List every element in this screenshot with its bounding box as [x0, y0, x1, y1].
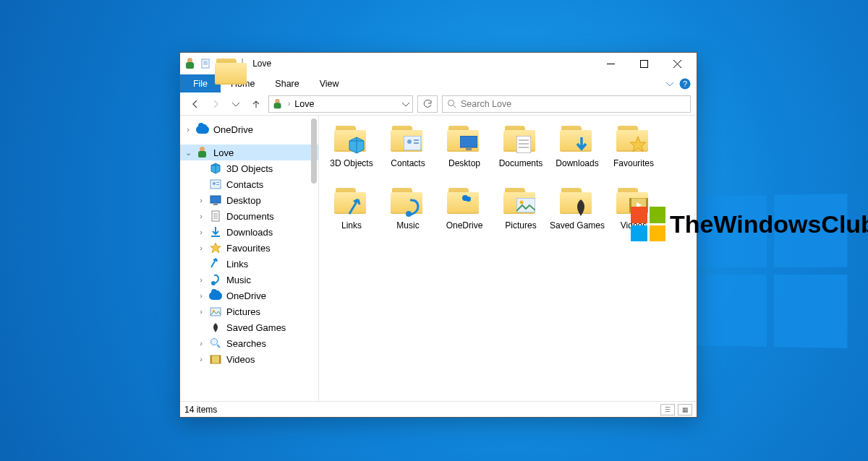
folder-item-onedrive[interactable]: OneDrive: [436, 185, 493, 244]
tree-expander[interactable]: ›: [183, 125, 193, 134]
maximize-button[interactable]: [627, 53, 660, 74]
icons-view-button[interactable]: ▦: [678, 404, 692, 415]
tree-label: Saved Games: [225, 322, 286, 333]
titlebar[interactable]: | Love: [180, 53, 697, 74]
tree-item-searches[interactable]: ›Searches: [180, 335, 318, 351]
tree-item-saved-games[interactable]: Saved Games: [180, 319, 318, 335]
folder-icon: [391, 123, 425, 158]
folder-label: Saved Games: [550, 220, 605, 231]
search-box[interactable]: Search Love: [442, 95, 691, 113]
recent-locations-button[interactable]: [228, 96, 244, 112]
user-icon: [184, 58, 196, 69]
tree-item-downloads[interactable]: ›Downloads: [180, 224, 318, 240]
tree-expander[interactable]: ›: [196, 196, 206, 204]
tree-item-links[interactable]: Links: [180, 256, 318, 272]
folder-item-saved-games[interactable]: Saved Games: [549, 185, 605, 244]
help-icon[interactable]: ?: [679, 78, 691, 90]
tree-expander[interactable]: ›: [196, 291, 206, 300]
titlebar-quick-icons: |: [184, 57, 248, 70]
tree-expander[interactable]: ›: [196, 355, 206, 363]
tree-label: Contacts: [225, 179, 263, 190]
tree-item-onedrive[interactable]: ›OneDrive: [180, 288, 318, 303]
folder-item-favourites[interactable]: Favourites: [605, 123, 662, 182]
tree-item-3d-objects[interactable]: 3D Objects: [180, 160, 318, 176]
svg-rect-50: [516, 198, 535, 212]
folder-item-music[interactable]: Music: [380, 185, 436, 244]
tree-item-desktop[interactable]: ›Desktop: [180, 192, 318, 208]
minimize-button[interactable]: [594, 53, 627, 74]
svg-rect-41: [414, 142, 419, 144]
ribbon-tab-view[interactable]: View: [310, 74, 349, 92]
tree-item-favourites[interactable]: ›Favourites: [180, 240, 318, 256]
svg-rect-34: [219, 356, 221, 363]
cloud-icon: [196, 123, 209, 136]
download-icon: [209, 225, 222, 238]
tree-expander[interactable]: ›: [196, 244, 206, 252]
content-pane[interactable]: 3D Objects Contacts Desktop Documents Do…: [319, 116, 697, 401]
item-count: 14 items: [184, 405, 217, 415]
cloud-icon: [209, 289, 222, 302]
tree-expander[interactable]: ›: [196, 228, 206, 236]
ribbon-collapse-icon[interactable]: [666, 80, 673, 87]
back-button[interactable]: [187, 96, 203, 112]
refresh-button[interactable]: [417, 95, 438, 113]
tree-item-videos[interactable]: ›Videos: [180, 351, 318, 367]
folder-icon: [215, 59, 226, 69]
navigation-row: › Love Search Love: [180, 92, 697, 116]
folder-icon: [560, 185, 595, 220]
tree-item-onedrive[interactable]: ›OneDrive: [180, 121, 318, 137]
svg-rect-17: [216, 182, 219, 183]
folder-icon: [503, 123, 538, 158]
up-button[interactable]: [248, 96, 264, 112]
scrollbar-thumb[interactable]: [311, 119, 317, 184]
folder-item-contacts[interactable]: Contacts: [380, 123, 436, 182]
folder-item-downloads[interactable]: Downloads: [549, 123, 605, 182]
search-placeholder: Search Love: [461, 99, 511, 109]
tree-expander[interactable]: ›: [196, 307, 206, 316]
address-dropdown-icon[interactable]: [402, 100, 409, 108]
folder-item-pictures[interactable]: Pictures: [493, 185, 549, 244]
ribbon-tab-share[interactable]: Share: [265, 74, 309, 92]
svg-line-11: [454, 105, 456, 108]
folder-item-3d-objects[interactable]: 3D Objects: [323, 123, 380, 182]
breadcrumb-item[interactable]: Love: [294, 99, 314, 109]
tree-label: OneDrive: [212, 124, 253, 135]
tree-expander[interactable]: ⌄: [183, 148, 193, 158]
folder-label: Music: [396, 220, 419, 231]
folder-label: 3D Objects: [330, 158, 373, 169]
details-view-button[interactable]: ☰: [660, 404, 675, 415]
folder-item-desktop[interactable]: Desktop: [436, 123, 493, 182]
forward-button[interactable]: [208, 96, 224, 112]
folder-item-documents[interactable]: Documents: [493, 123, 549, 182]
tree-expander[interactable]: ›: [196, 275, 206, 284]
svg-rect-20: [213, 204, 218, 205]
video-icon: [209, 353, 222, 366]
window-title: Love: [248, 59, 271, 69]
address-bar[interactable]: › Love: [268, 95, 413, 113]
tree-label: Downloads: [225, 227, 273, 238]
tree-item-love[interactable]: ⌄Love: [180, 145, 318, 160]
folder-label: Favourites: [613, 158, 654, 169]
folder-icon: [447, 185, 482, 220]
close-button[interactable]: [660, 53, 694, 74]
status-bar: 14 items ☰ ▦: [180, 401, 697, 417]
tree-item-contacts[interactable]: Contacts: [180, 176, 318, 192]
svg-rect-40: [414, 139, 419, 141]
games-icon: [209, 321, 222, 334]
tree-expander[interactable]: ›: [196, 212, 206, 220]
tree-label: Links: [225, 259, 248, 270]
tree-item-pictures[interactable]: ›Pictures: [180, 303, 318, 319]
tree-item-documents[interactable]: ›Documents: [180, 208, 318, 224]
tree-expander[interactable]: ›: [196, 339, 206, 348]
svg-line-31: [217, 345, 220, 348]
star-icon: [209, 241, 222, 254]
navigation-pane[interactable]: ›OneDrive⌄Love3D ObjectsContacts›Desktop…: [180, 116, 319, 401]
search-icon: [447, 99, 456, 108]
folder-icon: [560, 123, 595, 158]
tree-item-music[interactable]: ›Music: [180, 272, 318, 288]
svg-point-16: [213, 182, 216, 185]
svg-rect-42: [460, 136, 477, 147]
folder-item-links[interactable]: Links: [323, 185, 380, 244]
folder-label: Pictures: [505, 220, 536, 231]
svg-marker-48: [630, 137, 646, 152]
